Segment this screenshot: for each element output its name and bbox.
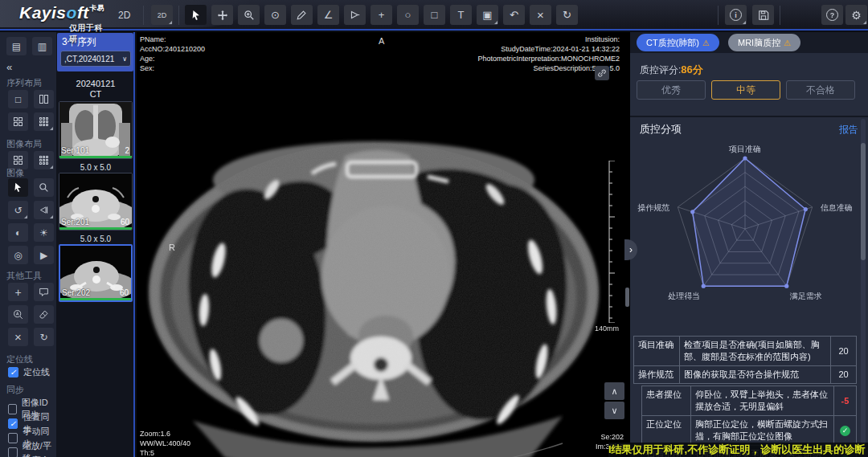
image-cursor-tool-button[interactable]: [8, 178, 28, 197]
cine-tool-button[interactable]: ▣: [477, 5, 498, 25]
series-layout-1x1-button[interactable]: □: [8, 90, 28, 108]
length-tool-button[interactable]: [291, 5, 313, 25]
image-viewport[interactable]: PName: AccNO:2401210200 Age: Sex: Instit…: [137, 32, 630, 457]
window-level-icon: ⊙: [271, 9, 280, 21]
panel-scrollbar-thumb[interactable]: [861, 143, 866, 260]
score-cell: 20: [830, 366, 856, 383]
rectangle-icon: □: [432, 9, 438, 21]
checkbox-checked-icon[interactable]: ✓: [8, 367, 18, 377]
series-selector-dropdown[interactable]: ,CT,20240121 ∨: [60, 51, 131, 67]
add-tool-button[interactable]: +: [8, 283, 28, 301]
section-divider: [630, 116, 868, 117]
eraser-tool-button[interactable]: [34, 305, 54, 324]
grade-button-fail[interactable]: 不合格: [786, 80, 855, 100]
roi-magnify-button[interactable]: [8, 305, 28, 324]
brand-note: 仅用于科研: [69, 22, 104, 45]
link-series-button[interactable]: [595, 66, 609, 80]
svg-text:满足需求: 满足需求: [790, 292, 822, 300]
chevron-down-icon: ∨: [611, 406, 617, 416]
flip-image-button[interactable]: [34, 201, 54, 219]
target-tool-button[interactable]: ◎: [8, 246, 28, 264]
qc-radar-chart: 项目准确信息准确满足需求处理得当操作规范: [637, 137, 854, 318]
delete-annotation-button[interactable]: ×: [530, 5, 551, 25]
info-button[interactable]: i: [725, 5, 747, 25]
close-icon: ×: [537, 8, 544, 22]
collapse-sidebar-button[interactable]: «: [6, 61, 12, 73]
undo-button[interactable]: ↶: [503, 5, 525, 25]
ellipse-tool-button[interactable]: ○: [397, 5, 419, 25]
zoom-info-overlay: Zoom:1.6 WW/WL:400/40 Th:5: [140, 429, 190, 457]
qc-panel: › CT质控(肺部)⚠ MRI脑质控⚠ 质控评分:86分 优秀 中等 不合格 质…: [630, 32, 868, 457]
undo-icon: ↶: [510, 9, 518, 21]
top-toolbar: Kayisoft卡易 仅用于科研 2D 2D ⊙ ∠ + ○ □ T ▣ ↶ ×…: [0, 0, 868, 31]
ruler-pencil-icon: [297, 10, 307, 20]
save-button[interactable]: [752, 5, 774, 25]
scroll-up-button[interactable]: ∧: [604, 382, 624, 400]
grade-button-excellent[interactable]: 优秀: [637, 80, 706, 100]
thumbnail-ser-202[interactable]: Ser:202 60: [59, 244, 133, 302]
grade-button-medium[interactable]: 中等: [711, 80, 780, 100]
settings-button[interactable]: ⚙: [845, 5, 867, 25]
thumbnail-ser-201[interactable]: Ser:201 60: [59, 173, 133, 231]
panel-collapse-button[interactable]: ›: [624, 239, 637, 260]
layout-3x3-icon: [39, 117, 48, 126]
series-list-button[interactable]: ▤: [6, 37, 27, 55]
load-progress-bar: [59, 227, 132, 230]
tab-mri-qc[interactable]: MRI脑质控⚠: [728, 34, 800, 51]
load-progress-bar: [59, 156, 132, 158]
series-layout-1x2-button[interactable]: [34, 90, 54, 108]
image-layout-3x3-button[interactable]: [34, 151, 54, 169]
chevron-right-icon: ›: [629, 244, 633, 255]
layout-2x2-icon: [14, 117, 23, 126]
ellipse-icon: ○: [405, 9, 411, 21]
layout-2d-button[interactable]: 2D: [151, 5, 173, 25]
cursor-tool-button[interactable]: [185, 5, 207, 25]
report-board-button[interactable]: ▥: [32, 37, 52, 55]
text-tool-button[interactable]: T: [450, 5, 472, 25]
brightness-icon: ☀: [39, 227, 48, 239]
report-link[interactable]: 报告: [839, 123, 858, 137]
window-level-tool-button[interactable]: ⊙: [264, 5, 286, 25]
section-label-image: 图像: [6, 167, 24, 179]
svg-text:操作规范: 操作规范: [637, 203, 669, 212]
table-row: 操作规范 图像的获取是否符合操作规范 20: [634, 365, 856, 383]
cross-marker-icon: +: [379, 9, 385, 21]
comment-icon: [39, 287, 49, 297]
probe-tool-button[interactable]: [344, 5, 366, 25]
left-tool-sidebar: ▤ ▥ « 序列布局 □ 图像布局 图像 ↺ ◐ ☀ ◎ ▶ 其他工具 + × …: [0, 32, 56, 457]
brand-mark: 卡易: [89, 4, 104, 12]
flip-icon: [39, 205, 49, 215]
angle-tool-button[interactable]: ∠: [317, 5, 339, 25]
zoom-in-icon: [244, 10, 255, 21]
rotate-icon: ↻: [39, 332, 47, 343]
marker-tool-button[interactable]: +: [371, 5, 392, 25]
comment-tool-button[interactable]: [34, 283, 54, 301]
pan-tool-button[interactable]: [211, 5, 233, 25]
tab-ct-qc[interactable]: CT质控(肺部)⚠: [637, 34, 719, 51]
image-stack-scrollbar[interactable]: [625, 288, 629, 307]
info-icon: i: [730, 9, 742, 21]
scale-ruler: [608, 161, 616, 323]
mode-label: 2D: [118, 10, 130, 21]
zoom-tool-button[interactable]: [238, 5, 260, 25]
rotate-image-button[interactable]: ↺: [8, 201, 28, 219]
scroll-down-button[interactable]: ∨: [604, 402, 624, 419]
gear-icon: ⚙: [851, 9, 862, 22]
invert-tool-button[interactable]: ◐: [8, 223, 28, 242]
image-magnify-tool-button[interactable]: [34, 178, 54, 197]
brightness-tool-button[interactable]: ☀: [34, 223, 54, 242]
cine-play-button[interactable]: ▶: [34, 246, 54, 264]
thumbnail-ser-101[interactable]: Ser:101 2: [59, 101, 133, 159]
series-layout-3x3-button[interactable]: [34, 112, 54, 131]
series-layout-2x2-button[interactable]: [8, 112, 28, 131]
warning-icon: ⚠: [702, 39, 710, 47]
delete-all-button[interactable]: ×: [8, 328, 28, 346]
qc-tabs-row: CT质控(肺部)⚠ MRI脑质控⚠: [630, 32, 868, 53]
rect-tool-button[interactable]: □: [424, 5, 445, 25]
reset-view-button[interactable]: ↻: [34, 328, 54, 346]
locator-line-checkbox[interactable]: ✓ 定位线: [8, 366, 50, 378]
plus-icon: +: [14, 286, 21, 299]
help-button[interactable]: ?: [821, 5, 843, 25]
toolbar-separator: [718, 6, 719, 25]
reset-button[interactable]: ↻: [556, 5, 578, 25]
